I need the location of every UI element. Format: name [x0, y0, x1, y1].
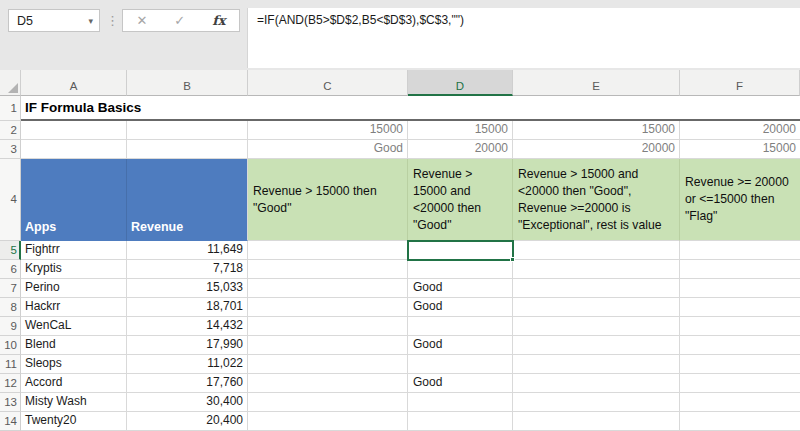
cell-C4-note[interactable]: Revenue > 15000 then "Good" [248, 159, 408, 241]
column-header-E[interactable]: E [513, 70, 680, 96]
cell-E9[interactable] [513, 317, 680, 336]
row-header-8[interactable]: 8 [0, 298, 21, 317]
cell-B12-revenue[interactable]: 17,760 [127, 374, 248, 393]
cell-E7[interactable] [513, 279, 680, 298]
selection-box-D5[interactable] [407, 240, 514, 261]
column-header-B[interactable]: B [127, 70, 248, 96]
row-header-6[interactable]: 6 [0, 260, 21, 279]
cell-D3[interactable]: 20000 [408, 140, 513, 159]
cell-B6-revenue[interactable]: 7,718 [127, 260, 248, 279]
cell-E11[interactable] [513, 355, 680, 374]
cell-F12[interactable] [680, 374, 800, 393]
cell-C11[interactable] [248, 355, 408, 374]
row-header-12[interactable]: 12 [0, 374, 21, 393]
cell-B13-revenue[interactable]: 30,400 [127, 393, 248, 412]
cell-C14[interactable] [248, 412, 408, 431]
cell-E3[interactable]: 20000 [513, 140, 680, 159]
row-header-14[interactable]: 14 [0, 412, 21, 431]
cell-F13[interactable] [680, 393, 800, 412]
cell-C6[interactable] [248, 260, 408, 279]
cell-F10[interactable] [680, 336, 800, 355]
cell-F3[interactable]: 15000 [680, 140, 800, 159]
cell-E5[interactable] [513, 241, 680, 260]
cell-C10[interactable] [248, 336, 408, 355]
row-header-4[interactable]: 4 [0, 159, 21, 241]
cell-A7-app[interactable]: Perino [21, 279, 127, 298]
cell-B14-revenue[interactable]: 20,400 [127, 412, 248, 431]
cell-C13[interactable] [248, 393, 408, 412]
cell-F5[interactable] [680, 241, 800, 260]
name-box[interactable]: D5 ▾ [8, 9, 100, 32]
cell-A1-title[interactable]: IF Formula Basics [21, 96, 800, 121]
cell-D8-result[interactable]: Good [408, 298, 513, 317]
column-header-D[interactable]: D [408, 70, 513, 96]
name-box-dropdown-icon[interactable]: ▾ [82, 16, 99, 26]
cell-D9-result[interactable] [408, 317, 513, 336]
fill-handle[interactable] [510, 257, 515, 262]
formula-bar[interactable]: =IF(AND(B5>$D$2,B5<$D$3),$C$3,"") [247, 8, 800, 68]
cell-F8[interactable] [680, 298, 800, 317]
cell-F9[interactable] [680, 317, 800, 336]
row-header-7[interactable]: 7 [0, 279, 21, 298]
cell-B5-revenue[interactable]: 11,649 [127, 241, 248, 260]
cell-A13-app[interactable]: Misty Wash [21, 393, 127, 412]
cell-C8[interactable] [248, 298, 408, 317]
cell-C12[interactable] [248, 374, 408, 393]
cell-A4-apps-header[interactable]: Apps [21, 159, 127, 241]
cell-E8[interactable] [513, 298, 680, 317]
cell-D13-result[interactable] [408, 393, 513, 412]
row-header-10[interactable]: 10 [0, 336, 21, 355]
cell-F6[interactable] [680, 260, 800, 279]
cell-D11-result[interactable] [408, 355, 513, 374]
cell-B8-revenue[interactable]: 18,701 [127, 298, 248, 317]
cell-C9[interactable] [248, 317, 408, 336]
cell-A9-app[interactable]: WenCaL [21, 317, 127, 336]
cell-B11-revenue[interactable]: 11,022 [127, 355, 248, 374]
cell-C7[interactable] [248, 279, 408, 298]
row-header-2[interactable]: 2 [0, 121, 21, 140]
cell-A2[interactable] [21, 121, 127, 140]
cell-A11-app[interactable]: Sleops [21, 355, 127, 374]
row-header-11[interactable]: 11 [0, 355, 21, 374]
cell-E10[interactable] [513, 336, 680, 355]
cell-F14[interactable] [680, 412, 800, 431]
column-header-A[interactable]: A [21, 70, 127, 96]
column-header-C[interactable]: C [248, 70, 408, 96]
cell-A10-app[interactable]: Blend [21, 336, 127, 355]
cell-C2[interactable]: 15000 [248, 121, 408, 140]
cell-A5-app[interactable]: Fightrr [21, 241, 127, 260]
row-header-13[interactable]: 13 [0, 393, 21, 412]
cell-E6[interactable] [513, 260, 680, 279]
cell-B3[interactable] [127, 140, 248, 159]
cell-D2[interactable]: 15000 [408, 121, 513, 140]
cell-B4-revenue-header[interactable]: Revenue [127, 159, 248, 241]
grip-dots-icon[interactable]: ⋮ [106, 13, 119, 28]
row-header-5[interactable]: 5 [0, 241, 21, 260]
row-header-3[interactable]: 3 [0, 140, 21, 159]
cancel-icon[interactable]: ✕ [136, 13, 147, 28]
row-header-9[interactable]: 9 [0, 317, 21, 336]
cell-E4-note[interactable]: Revenue > 15000 and <20000 then "Good", … [513, 159, 680, 241]
select-all-corner[interactable] [0, 70, 21, 96]
cell-F2[interactable]: 20000 [680, 121, 800, 140]
cell-E14[interactable] [513, 412, 680, 431]
cell-D10-result[interactable]: Good [408, 336, 513, 355]
cell-A6-app[interactable]: Kryptis [21, 260, 127, 279]
cell-E12[interactable] [513, 374, 680, 393]
cell-A14-app[interactable]: Twenty20 [21, 412, 127, 431]
cell-F11[interactable] [680, 355, 800, 374]
cell-E13[interactable] [513, 393, 680, 412]
cell-F7[interactable] [680, 279, 800, 298]
fx-icon[interactable]: fx [212, 13, 225, 28]
column-header-F[interactable]: F [680, 70, 800, 96]
cell-A8-app[interactable]: Hackrr [21, 298, 127, 317]
cell-C5[interactable] [248, 241, 408, 260]
cell-D14-result[interactable] [408, 412, 513, 431]
cell-A3[interactable] [21, 140, 127, 159]
cell-D6-result[interactable] [408, 260, 513, 279]
cell-F4-note[interactable]: Revenue >= 20000 or <=15000 then "Flag" [680, 159, 800, 241]
cell-E2[interactable]: 15000 [513, 121, 680, 140]
cell-B7-revenue[interactable]: 15,033 [127, 279, 248, 298]
cell-B9-revenue[interactable]: 14,432 [127, 317, 248, 336]
cell-A12-app[interactable]: Accord [21, 374, 127, 393]
